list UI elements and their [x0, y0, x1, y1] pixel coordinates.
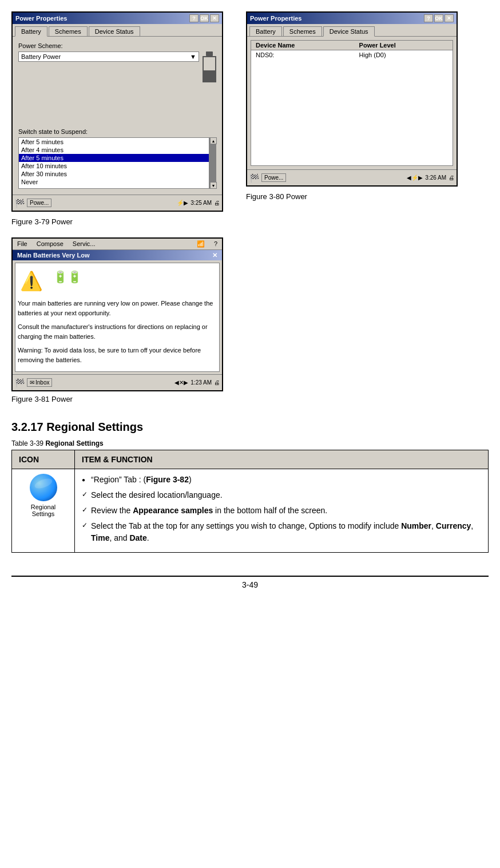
fig81-statusbar-icon2: 🖨 — [214, 379, 220, 386]
battery-icons: 🔋🔋 — [53, 270, 82, 284]
fig81-statusbar-time: 1:23 AM — [191, 379, 212, 386]
fig79-tab-device-status[interactable]: Device Status — [89, 26, 140, 36]
fig80-taskbar-powe[interactable]: Powe... — [261, 173, 286, 182]
menu-servic[interactable]: Servic... — [70, 240, 98, 248]
list-item[interactable]: Never — [19, 178, 209, 186]
fig79-ok-btn[interactable]: OK — [200, 14, 209, 22]
page-number: 3-49 — [242, 580, 258, 589]
page-footer: 3-49 — [11, 576, 489, 589]
fig80-block: Power Properties ? OK ✕ Battery Schemes … — [246, 11, 458, 226]
appearance-bold: Appearance samples — [133, 506, 213, 515]
menu-file[interactable]: File — [15, 240, 30, 248]
fig81-text1: Your main batteries are running very low… — [18, 299, 217, 318]
fig79-titlebar-btns: ? OK ✕ — [189, 14, 219, 22]
fig80-statusbar: 🏁 Powe... ◀⚡▶ 3:26 AM 🖨 — [247, 169, 457, 185]
fig79-statusbar-time: 3:25 AM — [191, 200, 212, 206]
globe-icon — [30, 474, 57, 501]
fig80-caption: Figure 3-80 Power — [246, 192, 458, 201]
fig80-titlebar: Power Properties ? OK ✕ — [247, 13, 457, 24]
fig79-titlebar: Power Properties ? OK ✕ — [13, 13, 222, 24]
fig79-taskbar-powe[interactable]: Powe... — [27, 199, 51, 207]
menubar-icon1: 📶 — [195, 240, 207, 248]
fig79-tab-battery[interactable]: Battery — [15, 26, 47, 37]
fig80-title: Power Properties — [250, 15, 301, 22]
fig81-statusbar: 🏁 ✉Inbox ◀✕▶ 1:23 AM 🖨 — [13, 374, 222, 390]
menu-help[interactable]: ? — [212, 240, 220, 248]
fig81-block: File Compose Servic... 📶 ? Main Batterie… — [11, 237, 489, 403]
fig80-device-name: NDS0: — [251, 50, 355, 60]
fig79-caption: Figure 3-79 Power — [11, 217, 223, 226]
fig79-block: Power Properties ? OK ✕ Battery Schemes … — [11, 11, 223, 226]
fig80-dialog: Power Properties ? OK ✕ Battery Schemes … — [246, 11, 458, 187]
fig79-dropdown-row: Battery Power ▼ — [18, 51, 199, 62]
menu-compose[interactable]: Compose — [34, 240, 66, 248]
function-cell: “Region” Tab : (Figure 3-82) Select the … — [75, 469, 489, 553]
inbox-icon: ✉ — [30, 379, 34, 386]
list-item-selected[interactable]: After 5 minutes — [19, 154, 209, 162]
list-item[interactable]: After 4 minutes — [19, 146, 209, 154]
table-row: NDS0: High (D0) — [251, 50, 453, 60]
fig80-ok-btn[interactable]: OK — [434, 14, 443, 22]
fig79-tabs: Battery Schemes Device Status — [13, 24, 222, 37]
fig80-body: Device Name Power Level NDS0: High (D0) — [247, 37, 457, 169]
fig81-text3: Warning: To avoid data loss, be sure to … — [18, 346, 217, 364]
func-item-appearance: Review the Appearance samples in the bot… — [82, 505, 481, 517]
list-item[interactable]: After 10 minutes — [19, 162, 209, 170]
fig80-close-btn[interactable]: ✕ — [445, 14, 454, 22]
scrollbar-up-btn[interactable]: ▲ — [210, 137, 217, 144]
fig79-tab-schemes[interactable]: Schemes — [49, 26, 88, 36]
fig79-title: Power Properties — [15, 15, 67, 22]
fig80-col-level: Power Level — [355, 41, 453, 50]
fig81-icon-row: ⚠️ 🔋🔋 — [15, 263, 219, 296]
fig79-body: Power Scheme: Battery Power ▼ — [13, 37, 222, 195]
fig80-start-icon[interactable]: 🏁 — [249, 173, 259, 183]
list-item[interactable]: After 30 minutes — [19, 170, 209, 178]
section-heading: 3.2.17 Regional Settings — [11, 421, 489, 434]
fig81-taskbar-inbox[interactable]: ✉Inbox — [27, 378, 52, 387]
fig80-tabs: Battery Schemes Device Status — [247, 24, 457, 37]
fig80-tab-schemes[interactable]: Schemes — [283, 26, 322, 36]
fig80-statusbar-icons: ◀⚡▶ — [407, 175, 423, 181]
fig80-col-device: Device Name — [251, 41, 355, 50]
fig81-menubar: File Compose Servic... 📶 ? — [13, 239, 222, 250]
col-icon-header: ICON — [12, 450, 75, 469]
icon-label: RegionalSettings — [19, 504, 68, 517]
fig80-titlebar-btns: ? OK ✕ — [424, 14, 454, 22]
func-item-location: Select the desired location/language. — [82, 489, 481, 501]
number-bold: Number — [401, 521, 431, 530]
fig79-close-btn[interactable]: ✕ — [210, 14, 219, 22]
fig79-start-icon[interactable]: 🏁 — [15, 199, 25, 208]
warning-icon: ⚠️ — [18, 268, 45, 294]
fig80-device-panel: Device Name Power Level NDS0: High (D0) — [251, 40, 453, 166]
table-caption: Table 3-39 Regional Settings — [11, 439, 489, 447]
fig79-scrollbar[interactable]: ▲ ▼ — [209, 137, 216, 189]
fig79-help-btn[interactable]: ? — [189, 14, 199, 22]
scrollbar-down-btn[interactable]: ▼ — [210, 182, 217, 189]
fig80-help-btn[interactable]: ? — [424, 14, 433, 22]
fig79-listbox-container: After 5 minutes After 4 minutes After 5 … — [18, 137, 216, 189]
date-bold: Date — [129, 533, 146, 542]
fig81-warning-close-icon[interactable]: ✕ — [212, 252, 217, 259]
fig80-tab-device-status[interactable]: Device Status — [323, 26, 375, 37]
fig79-listbox[interactable]: After 5 minutes After 4 minutes After 5 … — [18, 137, 209, 189]
fig81-warning-text: Your main batteries are running very low… — [15, 296, 219, 371]
table-row: RegionalSettings “Region” Tab : (Figure … — [12, 469, 489, 553]
func-item-region: “Region” Tab : (Figure 3-82) — [82, 474, 481, 486]
fig-ref: Figure 3-82 — [146, 475, 189, 484]
fig79-dialog: Power Properties ? OK ✕ Battery Schemes … — [11, 11, 223, 212]
func-list: “Region” Tab : (Figure 3-82) Select the … — [82, 474, 481, 544]
list-item[interactable]: After 5 minutes — [19, 138, 209, 146]
fig81-start-icon[interactable]: 🏁 — [15, 378, 25, 387]
fig81-statusbar-icons: ◀✕▶ — [174, 379, 188, 386]
scrollbar-thumb[interactable] — [210, 144, 216, 182]
screenshots-row: Power Properties ? OK ✕ Battery Schemes … — [11, 11, 489, 226]
fig79-statusbar-icon2: 🖨 — [214, 200, 220, 206]
fig79-spacer — [18, 82, 216, 128]
fig79-dropdown[interactable]: Battery Power ▼ — [18, 51, 199, 62]
regional-settings-table: ICON ITEM & FUNCTION RegionalSettings “R… — [11, 450, 489, 553]
fig81-warning-body: ⚠️ 🔋🔋 Your main batteries are running ve… — [15, 263, 220, 372]
fig79-suspend-label: Switch state to Suspend: — [18, 128, 216, 135]
fig80-tab-battery[interactable]: Battery — [249, 26, 282, 36]
icon-cell: RegionalSettings — [12, 469, 75, 553]
time-bold: Time — [91, 533, 109, 542]
